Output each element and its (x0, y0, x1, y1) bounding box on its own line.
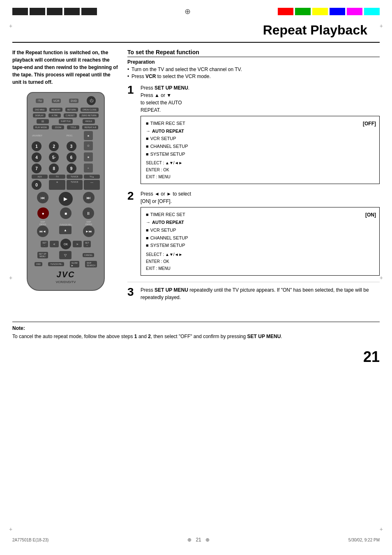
step-1-text: Press SET UP MENU. Press ▲ or ▼ to selec… (141, 84, 380, 114)
tvvcr2-button[interactable]: TV/VCR (67, 180, 83, 190)
title-button[interactable]: TITLE (67, 125, 79, 129)
plus-button[interactable]: + (84, 164, 93, 173)
step-3-number: 3 (127, 286, 136, 298)
num-5-button[interactable]: 5· (49, 152, 59, 162)
up-button[interactable]: ▲ (59, 226, 71, 234)
bar-left (12, 8, 97, 15)
rewind-button[interactable]: ⏮ (37, 192, 48, 203)
step3-bold: SET UP MENU (154, 287, 188, 293)
num-7-button[interactable]: 7 (32, 164, 42, 173)
record-button[interactable]: ● (37, 207, 49, 219)
stop-button[interactable]: ■ (84, 152, 93, 161)
tvvcr-pb-label: ·TV/VCR PB + (59, 223, 72, 226)
step-2-block: 2 Press ◄ or ► to select [ON] or [OFF]. … (127, 190, 380, 275)
footer-left: 2A77501B E(18-23) (12, 538, 48, 542)
minus-button[interactable]: — (84, 180, 100, 190)
bar-seg-4 (64, 8, 80, 15)
zoom-button[interactable]: ZOOM (52, 125, 64, 129)
num-4-button[interactable]: 4 (32, 152, 42, 162)
subtitle-button[interactable]: SUBTITLE (59, 119, 73, 124)
vcr-setup-bullet: ■ (146, 135, 149, 143)
memory-button[interactable]: MEMORY (49, 108, 62, 112)
stop2-button[interactable]: ■ (60, 207, 71, 219)
right-button[interactable]: > (73, 241, 82, 247)
remote-row-2: DVD MNU MEMORY RETURN OPEN/ CLOSE (32, 108, 100, 112)
return-button[interactable]: RETURN (65, 108, 78, 112)
skip-search-button[interactable]: SKIPSEARCH (85, 261, 97, 267)
tvvcr-button[interactable]: TV/VCR (67, 175, 83, 179)
crosshair-ml-icon: + (9, 274, 12, 281)
menu-item-system: ■ SYSTEM SETUP (146, 150, 374, 158)
vcr-bold: VCR (145, 74, 156, 79)
setup-menu-button[interactable]: SET UPMENU (37, 252, 48, 258)
power-button[interactable]: ⏻ (87, 96, 96, 105)
step1-bracket-label: [OFF] (363, 120, 376, 128)
atrk-button[interactable]: A.TRK (48, 113, 61, 117)
tv-down-button[interactable]: TV▲ (84, 175, 100, 179)
transport-row: ⏮ ▶ ⏭ (32, 192, 100, 206)
footer-center: ⊕ 21 ⊕ (187, 537, 209, 543)
num-2-button[interactable]: 2 (49, 141, 59, 151)
auto-repeat-label: AUTO REPEAT (152, 127, 184, 135)
vcr-button[interactable]: VCR (52, 99, 61, 103)
display-button[interactable]: DISPLAY (33, 113, 46, 117)
bar-seg-r6 (364, 8, 380, 15)
center-crosshair-icon: ⊕ (184, 7, 191, 16)
play-button[interactable]: ▶ (59, 192, 73, 206)
aux-button[interactable]: AUX (32, 175, 48, 179)
prep-title: Preparation (127, 59, 380, 65)
set-minus-button[interactable]: SET− (41, 241, 48, 247)
down-button[interactable]: ▽ (59, 251, 71, 259)
cancel-button[interactable]: CANCEL (83, 253, 94, 257)
menu-item-vcr-setup: ■ VCR SETUP (146, 135, 374, 143)
content-area: If the Repeat function is switched on, t… (0, 43, 392, 313)
num-1-button[interactable]: 1 (32, 141, 42, 151)
play-mode-button[interactable]: PLAY MODE (33, 125, 49, 129)
skip-left-button[interactable]: ⏮◄ (37, 226, 48, 237)
dvd-button[interactable]: DVD (69, 99, 78, 103)
num-6-button[interactable]: 6 (67, 152, 76, 162)
section-title: To set the Repeat function (127, 49, 380, 57)
pause-button[interactable]: ⏸ (83, 207, 94, 219)
remote-row-5: PLAY MODE ZOOM TITLE REPEAT A-B (32, 125, 100, 129)
rec-button[interactable]: ⊙ (84, 141, 93, 150)
auto-repeat-arrow-2: → (146, 219, 150, 226)
repeat-button[interactable]: REPEAT A-B (82, 125, 98, 129)
skip-right-button[interactable]: ►⏭ (83, 226, 95, 237)
dvd-menu-button[interactable]: DVD MNU (33, 108, 46, 112)
osd-button[interactable]: OSD (35, 262, 42, 266)
fast-forward-button[interactable]: ⏭ (83, 192, 95, 203)
left-button[interactable]: < (50, 241, 59, 247)
note-title: Note: (12, 325, 380, 331)
menu-item-channel: ■ CHANNEL SETUP (146, 143, 374, 150)
num-8-button[interactable]: 8 (49, 164, 59, 173)
header-bars: ⊕ (0, 0, 392, 18)
bar-seg-2 (30, 8, 45, 15)
remote-top-row: ·TV VCR DVD ⏻ (32, 96, 100, 105)
iii-button[interactable]: III (37, 119, 49, 124)
tv-mode-button[interactable]: ·TV (49, 175, 65, 179)
remote-container: ·TV VCR DVD ⏻ DVD MNU MEMORY RETURN OPEN… (12, 92, 119, 291)
remote-control: ·TV VCR DVD ⏻ DVD MNU MEMORY RETURN OPEN… (27, 92, 105, 291)
tv-input-button[interactable]: ⊕ (49, 180, 65, 190)
prog-button[interactable]: ■ (84, 131, 93, 140)
slow-play-button[interactable]: SLOW▶ (70, 261, 79, 267)
tv-button[interactable]: ·TV (36, 99, 44, 103)
bar-seg-r4 (330, 8, 345, 15)
footer-right: 5/30/02, 9:22 PM (348, 538, 380, 542)
set-plus-button[interactable]: SET+ (83, 241, 91, 247)
zero-return-button[interactable]: ZERO RETURN (79, 113, 98, 117)
ok-button[interactable]: OK (60, 239, 71, 249)
footer-crosshair2-icon: ⊕ (205, 537, 210, 543)
num-9-button[interactable]: 9 (67, 164, 76, 173)
angle-button[interactable]: ANGLE (83, 119, 95, 124)
num-0-button[interactable]: 0 (32, 180, 42, 190)
open-close-button[interactable]: OPEN/ CLOSE (81, 108, 99, 112)
bar-right (278, 8, 380, 15)
note-section: Note: To cancel the auto repeat mode, fo… (12, 322, 380, 340)
auto-repeat-label-2: AUTO REPEAT (152, 219, 184, 226)
menu-item-channel-2: ■ CHANNEL SETUP (146, 234, 374, 242)
num-3-button[interactable]: 3 (67, 141, 76, 151)
bottom-row: OSD ·TV/VCR PR– SLOW▶ SKIPSEARCH (32, 261, 100, 267)
creset-button[interactable]: C.RESET (64, 113, 77, 117)
